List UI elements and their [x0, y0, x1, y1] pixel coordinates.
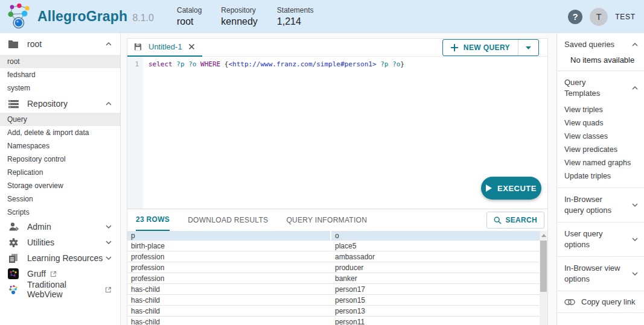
sidebar-item-add-delete-import[interactable]: Add, delete & import data — [0, 126, 120, 139]
avatar[interactable]: T — [590, 8, 608, 26]
user-query-options-section: User query options — [557, 222, 644, 257]
cell-p: birth-place — [127, 241, 331, 251]
stat-repository: Repository kennedy — [221, 6, 258, 27]
header-right: ? T TEST — [568, 8, 636, 26]
link-icon — [564, 298, 575, 306]
template-view-quads[interactable]: View quads — [557, 116, 644, 130]
cell-o: person17 — [331, 284, 541, 294]
molecule-icon — [7, 283, 19, 295]
stat-repository-value: kennedy — [221, 16, 258, 27]
sidebar-section-learning-resources-label: Learning Resources — [27, 253, 103, 263]
cell-p: has-child — [127, 284, 331, 294]
query-tab-untitled-1[interactable]: Untitled-1 — [127, 39, 202, 57]
save-query-icon[interactable] — [133, 42, 142, 51]
saved-queries-section: Saved queries No items available — [557, 33, 644, 71]
table-row: profession producer — [127, 262, 541, 273]
allegrograph-logo-icon — [5, 2, 35, 31]
code-open-brace: { — [220, 60, 228, 68]
copy-query-link-button[interactable]: Copy query link — [557, 291, 644, 313]
chevron-down-icon — [106, 240, 112, 245]
sidebar-item-query[interactable]: Query — [0, 113, 120, 126]
help-icon[interactable]: ? — [568, 10, 582, 24]
repository-icon — [7, 98, 19, 110]
external-link-icon — [50, 271, 57, 277]
saved-queries-empty-text: No items available — [557, 54, 644, 71]
app-header: AllegroGraph 8.1.0 Catalog root Reposito… — [0, 0, 644, 33]
cell-o: ambassador — [331, 251, 541, 262]
user-query-options-header[interactable]: User query options — [557, 222, 644, 256]
stat-statements-value: 1,214 — [277, 16, 314, 27]
sidebar-section-catalog[interactable]: root — [0, 33, 120, 55]
scroll-up-icon[interactable] — [540, 231, 547, 239]
inbrowser-view-options-header[interactable]: In-Browser view options — [557, 257, 644, 291]
template-view-named-graphs[interactable]: View named graphs — [557, 156, 644, 169]
execute-button[interactable]: EXECUTE — [481, 177, 541, 200]
code-uri: <http://www.franz.com/simple#person1> — [228, 60, 376, 68]
sidebar-item-catalog-root[interactable]: root — [0, 55, 120, 68]
close-tab-icon[interactable] — [188, 43, 195, 50]
sidebar-section-catalog-label: root — [27, 39, 42, 49]
code-keyword-select: select — [148, 60, 173, 68]
sidebar-item-repository-control[interactable]: Repository control — [0, 153, 120, 166]
tab-query-information[interactable]: QUERY INFORMATION — [286, 209, 367, 231]
plus-icon — [451, 44, 458, 51]
sidebar-item-scripts[interactable]: Scripts — [0, 206, 120, 219]
template-update-triples[interactable]: Update triples — [557, 169, 644, 183]
tab-download-results[interactable]: DOWNLOAD RESULTS — [188, 209, 268, 231]
search-button[interactable]: SEARCH — [486, 212, 544, 229]
template-view-predicates[interactable]: View predicates — [557, 143, 644, 156]
table-row: has-child person11 — [127, 317, 541, 325]
sidebar-section-repository-label: Repository — [27, 99, 68, 109]
chevron-up-icon — [632, 42, 638, 47]
stat-catalog-value: root — [177, 16, 202, 27]
sidebar-item-namespaces[interactable]: Namespaces — [0, 139, 120, 153]
table-row: profession ambassador — [127, 251, 541, 262]
sidebar-item-traditional-webview-label: Traditional WebView — [27, 280, 101, 299]
cell-p: has-child — [127, 306, 331, 316]
sidebar-item-session[interactable]: Session — [0, 192, 120, 206]
cell-p: has-child — [127, 295, 331, 305]
sidebar-section-utilities[interactable]: Utilities — [0, 235, 120, 250]
chevron-down-icon — [632, 237, 638, 242]
saved-queries-header[interactable]: Saved queries — [557, 33, 644, 54]
cell-p: has-child — [127, 317, 331, 325]
query-templates-title: Query Templates — [564, 77, 623, 99]
results-tabbar: 23 ROWS DOWNLOAD RESULTS QUERY INFORMATI… — [127, 209, 547, 231]
sidebar-item-storage-overview[interactable]: Storage overview — [0, 179, 120, 192]
execute-label: EXECUTE — [497, 184, 537, 193]
query-tab-title: Untitled-1 — [148, 42, 182, 51]
sidebar-section-admin-label: Admin — [27, 222, 51, 232]
scrollbar-thumb[interactable] — [540, 241, 547, 292]
right-panel: Saved queries No items available Query T… — [556, 33, 644, 325]
template-view-triples[interactable]: View triples — [557, 103, 644, 116]
sidebar-item-traditional-webview[interactable]: Traditional WebView — [0, 282, 120, 297]
sidebar-item-catalog-system[interactable]: system — [0, 81, 120, 95]
cell-o: person11 — [331, 317, 541, 325]
new-query-label: NEW QUERY — [464, 43, 510, 52]
sidebar-section-repository[interactable]: Repository — [0, 95, 120, 113]
sidebar-item-replication[interactable]: Replication — [0, 166, 120, 179]
sidebar-item-catalog-fedshard[interactable]: fedshard — [0, 68, 120, 81]
table-row: profession banker — [127, 273, 541, 284]
sidebar-section-learning-resources[interactable]: Learning Resources — [0, 250, 120, 266]
allegrograph-webview: AllegroGraph 8.1.0 Catalog root Reposito… — [0, 0, 644, 325]
query-templates-header[interactable]: Query Templates — [557, 71, 644, 103]
inbrowser-query-options-header[interactable]: In-Browser query options — [557, 188, 644, 222]
gear-icon — [7, 236, 19, 248]
chevron-up-icon — [106, 101, 112, 106]
template-view-classes[interactable]: View classes — [557, 130, 644, 143]
new-query-dropdown-button[interactable] — [518, 40, 538, 55]
line-number: 1 — [135, 60, 139, 68]
table-scrollbar[interactable] — [540, 231, 547, 325]
search-icon — [494, 216, 502, 224]
column-header-p: p — [127, 231, 330, 241]
new-query-button[interactable]: NEW QUERY — [443, 40, 518, 55]
username: TEST — [615, 13, 636, 21]
query-templates-section: Query Templates View triples View quads … — [557, 71, 644, 188]
tab-rows-count[interactable]: 23 ROWS — [136, 209, 170, 231]
code-close-brace: } — [400, 60, 404, 68]
cell-p: profession — [127, 251, 331, 262]
results-table: p o birth-place place5 profession ambass… — [127, 231, 541, 325]
sidebar-section-admin[interactable]: Admin — [0, 219, 120, 235]
results-table-header: p o — [127, 231, 541, 241]
